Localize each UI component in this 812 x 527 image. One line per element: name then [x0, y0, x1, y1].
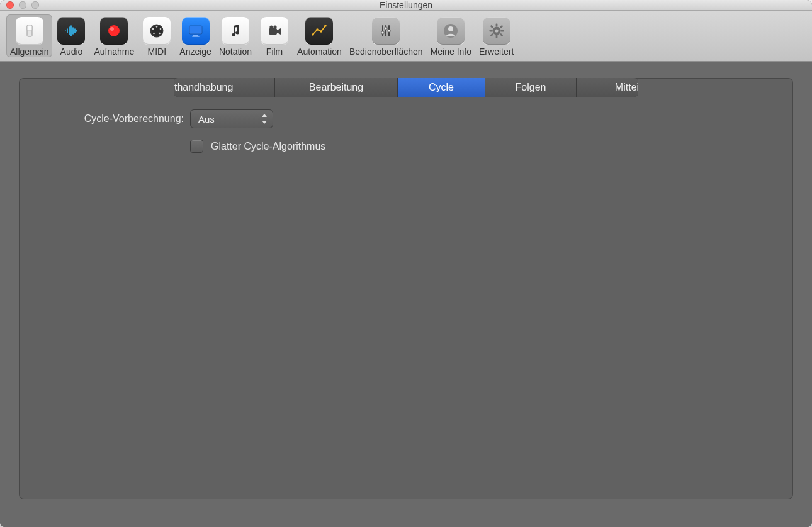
toolbar-item-label: Aufnahme: [94, 47, 134, 56]
toolbar-item-label: Anzeige: [179, 47, 211, 56]
preferences-body: Cycle-Vorberechnung: Aus Glatter Cycle-A…: [0, 62, 812, 527]
tab-mitteilungen[interactable]: Mitteilungen: [577, 78, 638, 97]
svg-point-10: [110, 27, 114, 31]
svg-rect-18: [189, 26, 202, 34]
titlebar: Einstellungen: [0, 0, 812, 11]
svg-rect-37: [495, 24, 497, 27]
toolbar-item-audio[interactable]: Audio: [52, 14, 90, 57]
tab-bearbeitung[interactable]: Bearbeitung: [275, 78, 398, 97]
toolbar-item-automation[interactable]: Automation: [293, 14, 346, 57]
sliders-icon: [372, 17, 400, 45]
svg-point-13: [156, 26, 158, 28]
minimize-button[interactable]: [19, 1, 26, 9]
svg-point-14: [152, 28, 154, 30]
music-note-icon: [222, 17, 249, 45]
cycle-panel: Cycle-Vorberechnung: Aus Glatter Cycle-A…: [19, 78, 793, 499]
waveform-icon: [57, 17, 85, 45]
tab-projekthandhabung[interactable]: Projekthandhabung: [174, 78, 275, 97]
tab-label: Bearbeitung: [309, 82, 363, 93]
svg-rect-1: [27, 25, 32, 31]
toolbar-item-anzeige[interactable]: Anzeige: [176, 14, 215, 57]
record-icon: [100, 17, 128, 45]
traffic-lights: [0, 1, 39, 9]
toolbar-item-label: Erweitert: [479, 47, 514, 56]
svg-rect-31: [381, 31, 384, 34]
tab-label: Projekthandhabung: [174, 82, 233, 93]
svg-rect-42: [499, 25, 503, 29]
toolbar-item-label: Audio: [60, 47, 83, 56]
toolbar-item-bedienoberflachen[interactable]: Bedienoberflächen: [346, 14, 427, 57]
toolbar-item-label: Allgemein: [10, 47, 48, 56]
svg-rect-43: [490, 33, 493, 37]
preprocess-select-value: Aus: [198, 114, 215, 125]
tab-cycle[interactable]: Cycle: [398, 78, 485, 97]
preferences-window: Einstellungen Allgemein Audio Aufnahme: [0, 0, 812, 527]
display-icon: [182, 17, 210, 45]
svg-point-25: [317, 28, 319, 31]
preprocess-select[interactable]: Aus: [190, 109, 273, 128]
tab-label: Folgen: [516, 82, 546, 93]
switch-icon: [16, 17, 43, 45]
window-title: Einstellungen: [0, 0, 812, 10]
svg-point-45: [495, 29, 498, 32]
preferences-toolbar: Allgemein Audio Aufnahme MIDI Anzeige: [0, 11, 812, 62]
toolbar-item-label: Notation: [219, 47, 252, 56]
tab-label: Mitteilungen: [615, 82, 638, 93]
toolbar-item-label: Film: [266, 47, 283, 56]
svg-rect-21: [269, 28, 277, 35]
svg-point-22: [269, 25, 273, 28]
svg-point-23: [273, 25, 276, 28]
updown-arrows-icon: [262, 114, 268, 124]
toolbar-item-label: MIDI: [148, 47, 167, 56]
svg-point-16: [154, 33, 155, 35]
toolbar-item-midi[interactable]: MIDI: [138, 14, 176, 57]
toolbar-item-film[interactable]: Film: [256, 14, 293, 57]
zoom-button[interactable]: [31, 1, 39, 9]
svg-rect-39: [489, 30, 492, 32]
toolbar-item-notation[interactable]: Notation: [215, 14, 256, 57]
svg-rect-41: [490, 25, 493, 29]
svg-rect-32: [385, 27, 387, 30]
toolbar-item-meine-info[interactable]: Meine Info: [427, 14, 475, 57]
svg-point-24: [312, 33, 315, 36]
svg-rect-44: [499, 33, 503, 37]
tab-label: Cycle: [429, 82, 454, 93]
svg-point-15: [160, 28, 162, 30]
toolbar-item-aufnahme[interactable]: Aufnahme: [90, 14, 138, 57]
svg-point-9: [108, 25, 120, 36]
tab-folgen[interactable]: Folgen: [485, 78, 577, 97]
gear-icon: [483, 17, 510, 45]
toolbar-item-label: Automation: [297, 47, 342, 56]
toolbar-item-label: Bedienoberflächen: [349, 47, 423, 56]
smooth-cycle-checkbox[interactable]: [190, 140, 203, 153]
toolbar-item-erweitert[interactable]: Erweitert: [475, 14, 517, 57]
toolbar-item-label: Meine Info: [431, 47, 471, 56]
camera-icon: [261, 17, 288, 45]
midi-icon: [143, 17, 171, 45]
svg-rect-20: [192, 36, 200, 37]
svg-rect-40: [500, 30, 504, 32]
smooth-cycle-label: Glatter Cycle-Algorithmus: [211, 141, 325, 152]
preprocess-label: Cycle-Vorberechnung:: [38, 113, 184, 125]
svg-point-26: [320, 30, 323, 33]
general-subtabs: Projekthandhabung Bearbeitung Cycle Folg…: [174, 78, 638, 97]
svg-point-17: [159, 33, 161, 35]
svg-rect-19: [193, 35, 198, 36]
svg-rect-38: [495, 35, 497, 38]
svg-point-35: [448, 26, 453, 31]
svg-point-27: [325, 25, 327, 27]
toolbar-item-allgemein[interactable]: Allgemein: [6, 14, 52, 57]
close-button[interactable]: [6, 1, 14, 9]
automation-curve-icon: [305, 17, 333, 45]
person-icon: [437, 17, 465, 45]
svg-rect-33: [388, 30, 390, 32]
